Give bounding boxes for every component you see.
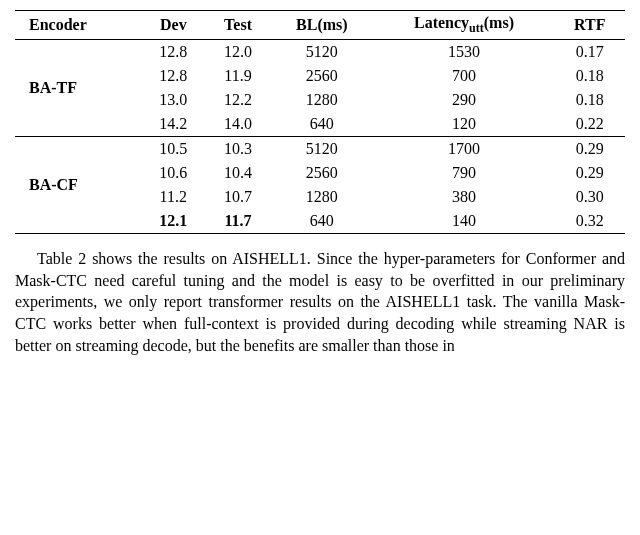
cell-dev: 12.8 xyxy=(141,40,206,65)
cell-dev: 12.8 xyxy=(141,64,206,88)
cell-lat: 290 xyxy=(373,88,554,112)
cell-bl: 640 xyxy=(270,209,373,234)
cell-test: 12.2 xyxy=(206,88,271,112)
cell-dev: 11.2 xyxy=(141,185,206,209)
table-body: BA-TF12.812.0512015300.1712.811.92560700… xyxy=(15,40,625,234)
col-latency: Latencyutt(ms) xyxy=(373,11,554,40)
col-bl: BL(ms) xyxy=(270,11,373,40)
table-caption: Table 2 shows the results on AISHELL1. S… xyxy=(15,248,625,356)
col-rtf: RTF xyxy=(555,11,625,40)
cell-lat: 140 xyxy=(373,209,554,234)
cell-bl: 2560 xyxy=(270,64,373,88)
col-dev: Dev xyxy=(141,11,206,40)
cell-dev: 12.1 xyxy=(141,209,206,234)
cell-test: 11.7 xyxy=(206,209,271,234)
cell-test: 10.4 xyxy=(206,161,271,185)
cell-bl: 2560 xyxy=(270,161,373,185)
cell-lat: 1700 xyxy=(373,137,554,162)
cell-rtf: 0.30 xyxy=(555,185,625,209)
table-row: BA-TF12.812.0512015300.17 xyxy=(15,40,625,65)
cell-bl: 1280 xyxy=(270,88,373,112)
encoder-label: BA-TF xyxy=(15,40,141,137)
cell-dev: 10.5 xyxy=(141,137,206,162)
col-test: Test xyxy=(206,11,271,40)
cell-bl: 5120 xyxy=(270,137,373,162)
cell-rtf: 0.17 xyxy=(555,40,625,65)
cell-lat: 1530 xyxy=(373,40,554,65)
cell-dev: 13.0 xyxy=(141,88,206,112)
cell-lat: 380 xyxy=(373,185,554,209)
results-table: Encoder Dev Test BL(ms) Latencyutt(ms) R… xyxy=(15,10,625,234)
cell-bl: 1280 xyxy=(270,185,373,209)
cell-rtf: 0.22 xyxy=(555,112,625,137)
cell-lat: 120 xyxy=(373,112,554,137)
cell-rtf: 0.18 xyxy=(555,88,625,112)
cell-lat: 790 xyxy=(373,161,554,185)
cell-rtf: 0.18 xyxy=(555,64,625,88)
cell-dev: 10.6 xyxy=(141,161,206,185)
cell-rtf: 0.29 xyxy=(555,161,625,185)
cell-rtf: 0.29 xyxy=(555,137,625,162)
cell-lat: 700 xyxy=(373,64,554,88)
cell-test: 11.9 xyxy=(206,64,271,88)
cell-dev: 14.2 xyxy=(141,112,206,137)
col-encoder: Encoder xyxy=(15,11,141,40)
cell-test: 14.0 xyxy=(206,112,271,137)
table-row: BA-CF10.510.3512017000.29 xyxy=(15,137,625,162)
cell-bl: 5120 xyxy=(270,40,373,65)
cell-bl: 640 xyxy=(270,112,373,137)
header-row: Encoder Dev Test BL(ms) Latencyutt(ms) R… xyxy=(15,11,625,40)
encoder-label: BA-CF xyxy=(15,137,141,234)
cell-test: 10.7 xyxy=(206,185,271,209)
cell-test: 12.0 xyxy=(206,40,271,65)
cell-test: 10.3 xyxy=(206,137,271,162)
cell-rtf: 0.32 xyxy=(555,209,625,234)
